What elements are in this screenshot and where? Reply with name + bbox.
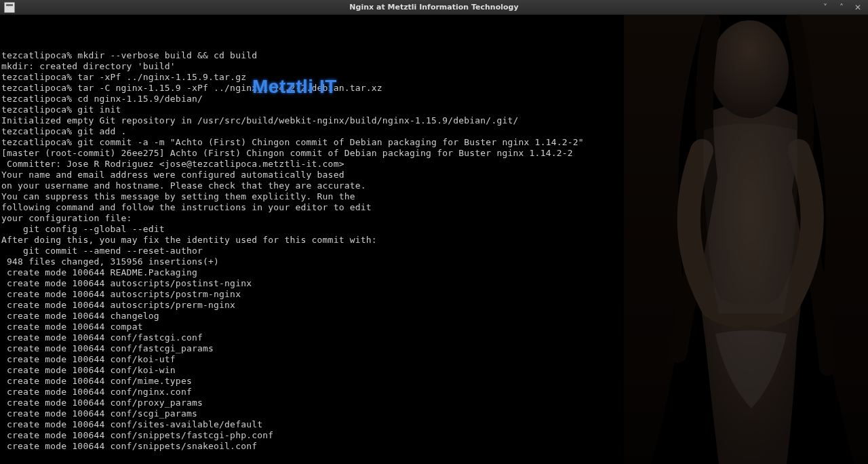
terminal-line: create mode 100644 autoscripts/postinst-… — [1, 278, 867, 289]
terminal-line: create mode 100644 autoscripts/postrm-ng… — [1, 289, 867, 300]
terminal-line: [master (root-commit) 26ee275] Achto (Fi… — [1, 148, 867, 159]
terminal-line: create mode 100644 compat — [1, 322, 867, 332]
terminal-line: git commit --amend --reset-author — [1, 246, 867, 256]
terminal-line: 948 files changed, 315956 insertions(+) — [1, 256, 867, 267]
terminal-line: create mode 100644 conf/snippets/fastcgi… — [1, 430, 867, 441]
terminal-line: create mode 100644 conf/sites-available/… — [1, 419, 867, 430]
terminal-line: git config --global --edit — [1, 224, 867, 235]
terminal-line: create mode 100644 conf/fastcgi.conf — [1, 332, 867, 343]
terminal-line: tezcatlipoca% mkdir --verbose build && c… — [1, 50, 867, 61]
terminal-line: create mode 100644 conf/nginx.conf — [1, 387, 867, 398]
terminal-line: tezcatlipoca% cd nginx-1.15.9/debian/ — [1, 94, 867, 104]
close-button[interactable]: ✕ — [853, 3, 863, 12]
terminal-line: tezcatlipoca% git commit -a -m "Achto (F… — [1, 137, 867, 148]
terminal-line: create mode 100644 autoscripts/prerm-ngi… — [1, 300, 867, 311]
terminal-line: You can suppress this message by setting… — [1, 191, 867, 202]
terminal-line: create mode 100644 conf/fastcgi_params — [1, 343, 867, 354]
terminal-line: mkdir: created directory 'build' — [1, 61, 867, 72]
terminal-line: Your name and email address were configu… — [1, 170, 867, 180]
minimize-button[interactable]: ˅ — [821, 3, 830, 12]
terminal-output: tezcatlipoca% mkdir --verbose build && c… — [1, 50, 867, 452]
terminal-line: Initialized empty Git repository in /usr… — [1, 115, 867, 126]
terminal-line: create mode 100644 README.Packaging — [1, 267, 867, 278]
terminal-line: tezcatlipoca% git init — [1, 104, 867, 115]
terminal-line: create mode 100644 conf/snippets/snakeoi… — [1, 441, 867, 452]
terminal-line: on your username and hostname. Please ch… — [1, 180, 867, 191]
terminal-line: tezcatlipoca% git add . — [1, 126, 867, 137]
terminal-line: create mode 100644 changelog — [1, 311, 867, 322]
terminal-line: create mode 100644 conf/koi-win — [1, 365, 867, 376]
terminal-viewport[interactable]: Metztli IT tezcatlipoca% mkdir --verbose… — [0, 15, 868, 463]
terminal-line: tezcatlipoca% tar -C nginx-1.15.9 -xPf .… — [1, 83, 867, 94]
window-titlebar: Nginx at Metztli Information Technology … — [0, 0, 868, 15]
terminal-line: After doing this, you may fix the identi… — [1, 235, 867, 246]
terminal-line: tezcatlipoca% tar -xPf ../nginx-1.15.9.t… — [1, 72, 867, 83]
terminal-line: following command and follow the instruc… — [1, 202, 867, 213]
terminal-line: create mode 100644 conf/scgi_params — [1, 408, 867, 419]
terminal-line: your configuration file: — [1, 213, 867, 224]
window-app-icon — [4, 2, 15, 13]
maximize-button[interactable]: ˄ — [837, 3, 846, 12]
terminal-line: create mode 100644 conf/proxy_params — [1, 398, 867, 408]
terminal-line: Committer: Jose R Rodriguez <jose@tezcat… — [1, 159, 867, 170]
window-title: Nginx at Metztli Information Technology — [0, 3, 868, 12]
terminal-line: create mode 100644 conf/koi-utf — [1, 354, 867, 365]
window-controls: ˅ ˄ ✕ — [821, 3, 868, 12]
terminal-line: create mode 100644 conf/mime.types — [1, 376, 867, 387]
